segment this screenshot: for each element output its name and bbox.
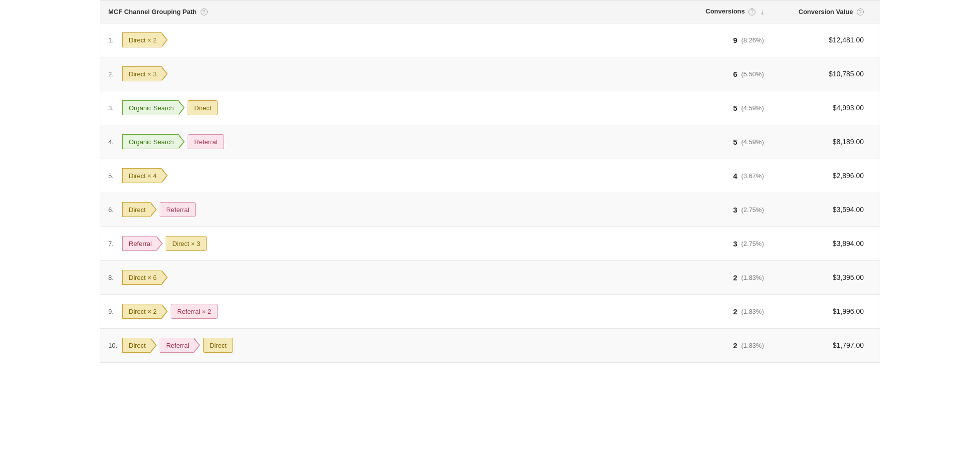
chip-direct-plain: Direct × 3 — [166, 236, 207, 251]
chip-arrow-point — [162, 32, 168, 47]
conversion-number: 6 — [733, 70, 737, 78]
conv-value-column-header: Conversion Value ? — [772, 8, 872, 16]
chip-referral-plain: Referral — [188, 134, 224, 149]
conversion-value-cell: $10,785.00 — [772, 70, 872, 78]
path-chips: DirectReferralDirect — [122, 338, 662, 353]
table-row: 5.Direct × 44(3.67%)$2,896.00 — [100, 159, 880, 193]
chip-label: Direct × 6 — [122, 270, 162, 285]
conversion-number: 9 — [733, 36, 737, 44]
mcf-table: MCF Channel Grouping Path ? Conversions … — [100, 0, 880, 363]
chip-arrow-point — [162, 270, 168, 285]
conversion-percent: (3.67%) — [741, 172, 764, 180]
chip-direct-arrow: Direct × 3 — [122, 66, 168, 81]
chip-referral-arrow: Referral — [122, 236, 163, 251]
table-body: 1.Direct × 29(8.26%)$12,481.002.Direct ×… — [100, 23, 880, 363]
conversion-value-cell: $4,993.00 — [772, 104, 872, 112]
chip-arrow-point — [151, 338, 157, 353]
chip-arrow-point — [162, 168, 168, 183]
row-number: 4. — [108, 138, 122, 146]
conversion-value-cell: $1,996.00 — [772, 307, 872, 315]
conversion-value-cell: $2,896.00 — [772, 172, 872, 180]
conversions-cell: 6(5.50%) — [662, 70, 772, 78]
chip-organic-arrow: Organic Search — [122, 134, 185, 149]
chip-label: Organic Search — [122, 100, 179, 115]
table-row: 7.ReferralDirect × 33(2.75%)$3,894.00 — [100, 227, 880, 261]
table-row: 8.Direct × 62(1.83%)$3,395.00 — [100, 261, 880, 295]
conversions-cell: 2(1.83%) — [662, 341, 772, 350]
chip-arrow-point — [162, 304, 168, 319]
chip-direct-arrow: Direct — [122, 338, 157, 353]
conversion-value-cell: $12,481.00 — [772, 36, 872, 44]
conversion-value-cell: $1,797.00 — [772, 341, 872, 349]
conversion-value-cell: $3,594.00 — [772, 206, 872, 214]
table-row: 3.Organic SearchDirect5(4.59%)$4,993.00 — [100, 91, 880, 125]
conversion-percent: (5.50%) — [741, 70, 764, 78]
table-row: 10.DirectReferralDirect2(1.83%)$1,797.00 — [100, 329, 880, 363]
path-chips: ReferralDirect × 3 — [122, 236, 662, 251]
conversion-percent: (4.59%) — [741, 138, 764, 146]
conv-value-label: Conversion Value — [798, 8, 853, 15]
conversions-cell: 3(2.75%) — [662, 206, 772, 214]
chip-direct-plain: Direct — [203, 338, 233, 353]
conversion-value-cell: $3,395.00 — [772, 273, 872, 281]
conversion-percent: (2.75%) — [741, 206, 764, 214]
conversions-column-header: Conversions ? ↓ — [662, 7, 772, 16]
row-number: 2. — [108, 70, 122, 78]
row-number: 6. — [108, 206, 122, 214]
row-number: 7. — [108, 240, 122, 247]
chip-arrow-point — [194, 338, 200, 353]
row-number: 8. — [108, 274, 122, 281]
path-chips: Direct × 3 — [122, 66, 662, 81]
conversion-number: 2 — [733, 273, 737, 282]
path-label: MCF Channel Grouping Path — [108, 8, 197, 15]
chip-label: Referral — [122, 236, 157, 251]
conversion-number: 3 — [733, 206, 737, 214]
path-chips: Direct × 4 — [122, 168, 662, 183]
conversions-help-icon[interactable]: ? — [748, 8, 755, 15]
conversions-cell: 9(8.26%) — [662, 36, 772, 44]
chip-organic-arrow: Organic Search — [122, 100, 185, 115]
table-row: 6.DirectReferral3(2.75%)$3,594.00 — [100, 193, 880, 227]
path-chips: Direct × 2Referral × 2 — [122, 304, 662, 319]
chip-arrow-point — [162, 66, 168, 81]
chip-label: Referral — [160, 338, 194, 353]
conversions-cell: 3(2.75%) — [662, 239, 772, 248]
chip-label: Direct × 3 — [122, 66, 162, 81]
conversions-cell: 5(4.59%) — [662, 138, 772, 146]
conversions-label: Conversions — [706, 7, 745, 15]
conversion-number: 3 — [733, 239, 737, 248]
path-chips: Direct × 6 — [122, 270, 662, 285]
row-number: 9. — [108, 308, 122, 315]
path-help-icon[interactable]: ? — [201, 8, 208, 15]
row-number: 10. — [108, 342, 122, 349]
conversion-number: 5 — [733, 138, 737, 146]
chip-label: Organic Search — [122, 134, 179, 149]
chip-direct-arrow: Direct × 2 — [122, 304, 168, 319]
chip-direct-plain: Direct — [188, 100, 218, 115]
conversion-percent: (1.83%) — [741, 274, 764, 281]
chip-arrow-point — [179, 134, 185, 149]
row-number: 5. — [108, 172, 122, 180]
sort-down-icon[interactable]: ↓ — [760, 8, 764, 16]
chip-label: Direct — [122, 338, 151, 353]
path-chips: DirectReferral — [122, 202, 662, 217]
conversions-cell: 2(1.83%) — [662, 273, 772, 282]
chip-label: Direct × 2 — [122, 32, 162, 47]
conversion-percent: (4.59%) — [741, 104, 764, 112]
conversion-percent: (2.75%) — [741, 240, 764, 247]
conversion-percent: (8.26%) — [741, 36, 764, 44]
chip-referral-plain: Referral — [160, 202, 196, 217]
chip-referral-plain: Referral × 2 — [171, 304, 218, 319]
conversion-number: 2 — [733, 307, 737, 316]
table-row: 4.Organic SearchReferral5(4.59%)$8,189.0… — [100, 125, 880, 159]
chip-arrow-point — [151, 202, 157, 217]
conversion-value-cell: $3,894.00 — [772, 239, 872, 247]
conv-value-help-icon[interactable]: ? — [857, 8, 864, 15]
chip-label: Direct × 4 — [122, 168, 162, 183]
conversions-cell: 5(4.59%) — [662, 104, 772, 112]
conversions-cell: 2(1.83%) — [662, 307, 772, 316]
conversion-percent: (1.83%) — [741, 308, 764, 315]
path-chips: Organic SearchReferral — [122, 134, 662, 149]
row-number: 3. — [108, 104, 122, 112]
conversions-cell: 4(3.67%) — [662, 172, 772, 180]
